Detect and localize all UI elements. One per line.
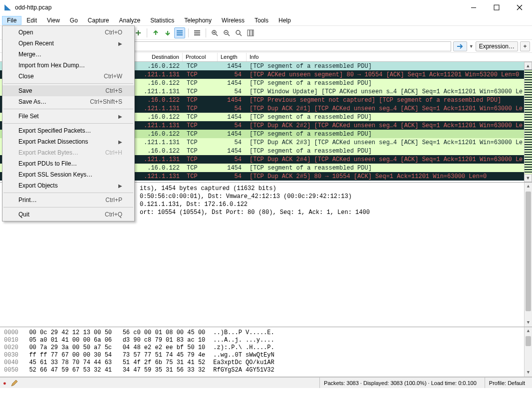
menu-tools[interactable]: Tools (250, 16, 273, 25)
toolbar-autoscroll-icon[interactable] (174, 27, 185, 38)
toolbar-separator (188, 28, 189, 37)
statusbar: ● Packets: 3083 · Displayed: 3083 (100.0… (0, 377, 532, 388)
menu-separator (3, 193, 133, 193)
menu-file[interactable]: File (2, 16, 21, 25)
menu-help[interactable]: Help (273, 16, 296, 25)
menu-wireless[interactable]: Wireless (217, 16, 250, 25)
col-protocol[interactable]: Protocol (183, 53, 218, 61)
hex-line[interactable]: 0020 00 7a 29 3a 00 50 a7 5c 04 48 e2 e2… (4, 344, 528, 352)
expression-button[interactable]: Expression… (476, 41, 518, 51)
svg-rect-15 (248, 30, 250, 36)
menubar: File Edit View Go Capture Analyze Statis… (0, 15, 532, 26)
toolbar-colorize-icon[interactable] (192, 27, 203, 38)
menu-item-file-set[interactable]: File Set▶ (2, 111, 134, 122)
col-info[interactable]: Info (247, 53, 532, 61)
menu-item-quit[interactable]: QuitCtrl+Q (2, 209, 134, 220)
svg-rect-8 (177, 34, 183, 35)
toolbar-zoom-in-icon[interactable] (209, 27, 220, 38)
app-fin-icon (4, 3, 12, 11)
menu-separator (3, 123, 133, 124)
scroll-down-icon[interactable]: ▼ (524, 174, 532, 182)
maximize-button[interactable] (485, 0, 508, 15)
svg-rect-11 (194, 34, 200, 35)
menu-telephony[interactable]: Telephony (179, 16, 217, 25)
expression-label: Expression… (479, 43, 515, 50)
svg-rect-10 (194, 32, 200, 33)
menu-item-open[interactable]: OpenCtrl+O (2, 27, 134, 38)
menu-edit[interactable]: Edit (21, 16, 42, 25)
filter-apply-icon[interactable] (453, 41, 467, 51)
hex-line[interactable]: 0030 ff ff 77 67 00 00 30 54 73 57 77 51… (4, 352, 528, 359)
file-menu-dropdown: OpenCtrl+OOpen Recent▶Merge…Import from … (2, 25, 135, 221)
menu-item-export-ssl-session-keys[interactable]: Export SSL Session Keys… (2, 169, 134, 180)
menu-item-export-packet-dissections[interactable]: Export Packet Dissections▶ (2, 136, 134, 147)
menu-separator (3, 207, 133, 207)
svg-rect-0 (471, 7, 476, 8)
menu-item-merge[interactable]: Merge… (2, 49, 134, 60)
toolbar-resize-columns-icon[interactable] (245, 27, 256, 38)
bytes-scrollbar[interactable]: ▲ ▼ (524, 327, 532, 377)
menu-separator (3, 109, 133, 109)
col-destination[interactable]: Destination (135, 53, 183, 61)
window-title: odd-http.pcap (15, 4, 462, 11)
hex-line[interactable]: 0000 00 0c 29 42 12 13 00 50 56 c0 00 01… (4, 329, 528, 337)
close-button[interactable] (508, 0, 531, 15)
detail-line: 0:50:56:c0:00:01), Dst: Vmware_42:12:13 … (140, 193, 528, 200)
menu-view[interactable]: View (42, 16, 65, 25)
menu-item-save[interactable]: SaveCtrl+S (2, 85, 134, 96)
menu-item-save-as[interactable]: Save As…Ctrl+Shift+S (2, 96, 134, 107)
toolbar-first-icon[interactable] (150, 27, 161, 38)
hex-line[interactable]: 0040 45 61 33 78 70 74 44 63 51 4f 2f 6b… (4, 359, 528, 367)
details-scrollbar[interactable]: ▲ ▼ (524, 183, 532, 327)
menu-analyze[interactable]: Analyze (114, 16, 146, 25)
detail-line: 0.121.1.131, Dst: 172.16.0.122 (140, 200, 528, 208)
status-profile[interactable]: Profile: Default (485, 378, 529, 388)
svg-rect-9 (194, 30, 200, 31)
status-packets: Packets: 3083 · Displayed: 3083 (100.0%)… (319, 378, 481, 388)
filter-dropdown-icon[interactable]: ▼ (469, 44, 474, 49)
toolbar-zoom-reset-icon[interactable] (233, 27, 244, 38)
menu-go[interactable]: Go (65, 16, 83, 25)
packet-minimap[interactable] (524, 62, 532, 182)
menu-item-open-recent[interactable]: Open Recent▶ (2, 38, 134, 49)
toolbar-zoom-out-icon[interactable] (221, 27, 232, 38)
svg-rect-7 (177, 32, 183, 33)
detail-line: ort: 10554 (10554), Dst Port: 80 (80), S… (140, 208, 528, 216)
svg-rect-1 (494, 5, 499, 10)
menu-item-export-pdus-to-file[interactable]: Export PDUs to File… (2, 158, 134, 169)
menu-item-close[interactable]: CloseCtrl+W (2, 71, 134, 82)
hex-line[interactable]: 0010 05 a0 01 41 00 00 6a 06 d3 90 c8 79… (4, 337, 528, 344)
svg-rect-6 (177, 30, 183, 31)
toolbar-separator (206, 28, 206, 37)
capture-indicator-icon[interactable]: ● (3, 380, 6, 386)
menu-item-print[interactable]: Print…Ctrl+P (2, 195, 134, 205)
svg-rect-16 (250, 30, 252, 36)
packet-bytes-pane[interactable]: 0000 00 0c 29 42 12 13 00 50 56 c0 00 01… (0, 327, 532, 377)
col-length[interactable]: Length (218, 53, 247, 61)
svg-rect-17 (253, 30, 254, 36)
toolbar-last-icon[interactable] (162, 27, 173, 38)
edit-icon[interactable] (10, 379, 18, 387)
toolbar-separator (147, 28, 147, 37)
hex-line[interactable]: 0050 52 66 47 59 67 53 32 41 34 47 59 35… (4, 367, 528, 374)
add-filter-button[interactable]: + (520, 41, 530, 51)
titlebar: odd-http.pcap (0, 0, 532, 15)
menu-statistics[interactable]: Statistics (145, 16, 179, 25)
menu-capture[interactable]: Capture (83, 16, 114, 25)
menu-separator (3, 83, 133, 84)
menu-item-export-specified-packets[interactable]: Export Specified Packets… (2, 125, 134, 136)
minimize-button[interactable] (462, 0, 485, 15)
menu-item-import-from-hex-dump[interactable]: Import from Hex Dump… (2, 60, 134, 71)
scroll-up-icon[interactable]: ▲ (524, 62, 532, 70)
menu-item-export-objects[interactable]: Export Objects▶ (2, 180, 134, 191)
svg-point-14 (236, 30, 240, 34)
menu-item-export-packet-bytes: Export Packet Bytes…Ctrl+H (2, 147, 134, 158)
detail-line: its), 1454 bytes captured (11632 bits) (140, 185, 528, 193)
